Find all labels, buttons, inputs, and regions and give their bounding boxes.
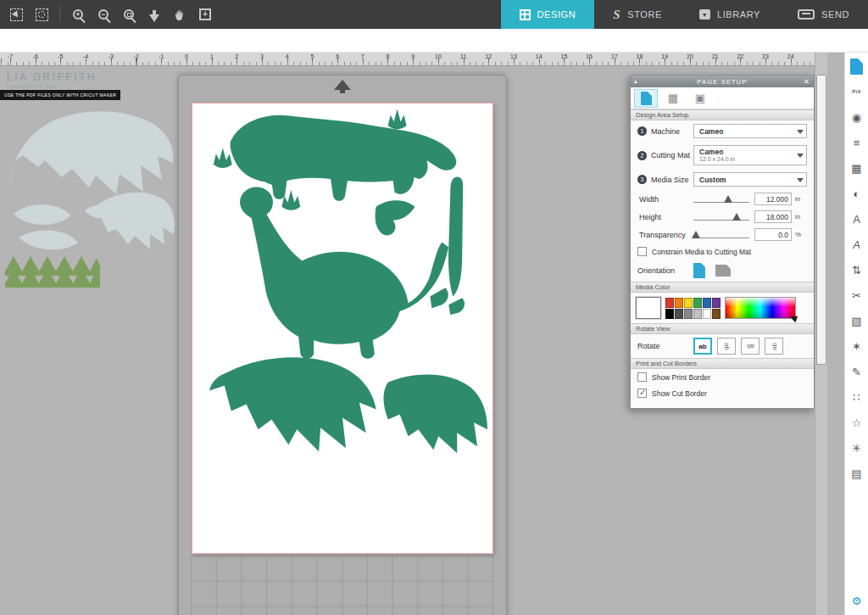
- rotate-180-button[interactable]: ab: [741, 338, 760, 355]
- slider-thumb[interactable]: [692, 231, 700, 238]
- spike-strip-pieces[interactable]: [5, 256, 100, 288]
- color-swatch[interactable]: [712, 309, 721, 319]
- rotate-270-button[interactable]: ab: [765, 338, 783, 355]
- panel-tab-grid[interactable]: ▦: [661, 89, 685, 108]
- fit-to-page-button[interactable]: +: [192, 3, 218, 26]
- media-size-dropdown[interactable]: Custom: [693, 172, 807, 187]
- tab-store[interactable]: S STORE: [594, 0, 681, 29]
- show-print-border-label: Show Print Border: [652, 373, 710, 382]
- color-swatch[interactable]: [675, 298, 683, 308]
- drag-zoom-button[interactable]: [142, 3, 167, 26]
- slider-thumb[interactable]: [724, 195, 732, 203]
- knife-icon[interactable]: ✂: [848, 286, 866, 305]
- color-swatch[interactable]: [665, 298, 674, 308]
- cutting-mat-dropdown[interactable]: Cameo 12.0 x 24.0 in: [693, 145, 807, 165]
- scrollbar-thumb[interactable]: [816, 75, 826, 365]
- media-color-row: [631, 293, 814, 323]
- zoom-out-button[interactable]: −: [91, 3, 116, 26]
- layers-icon[interactable]: ▤: [848, 464, 866, 483]
- height-slider[interactable]: [693, 211, 749, 223]
- panel-close-icon[interactable]: ✕: [804, 78, 810, 86]
- pixscan-icon[interactable]: PiX: [848, 82, 866, 101]
- lasso-select-tool-button[interactable]: [29, 3, 54, 26]
- color-gradient-picker[interactable]: [725, 297, 796, 319]
- constrain-label: Constrain Media to Cutting Mat: [652, 248, 751, 256]
- ruler-number: -1: [159, 53, 164, 59]
- page-artwork: [192, 103, 492, 553]
- star-shape-icon[interactable]: ☆: [848, 413, 866, 432]
- color-swatch[interactable]: [693, 309, 702, 319]
- text-style-icon[interactable]: A: [848, 210, 866, 228]
- cutting-mat[interactable]: [178, 75, 507, 615]
- ruler-number: -5: [58, 53, 63, 59]
- show-print-border-checkbox[interactable]: [637, 372, 647, 382]
- orientation-portrait-icon[interactable]: [693, 263, 705, 278]
- design-grid-icon: [520, 9, 531, 20]
- effects-icon[interactable]: ✶: [848, 337, 866, 355]
- transparency-slider[interactable]: [693, 229, 749, 241]
- width-slider[interactable]: [693, 193, 749, 205]
- color-swatch[interactable]: [703, 309, 711, 319]
- preferences-gear-icon[interactable]: ⚙: [848, 591, 866, 610]
- tab-design[interactable]: DESIGN: [501, 0, 595, 29]
- width-value-field[interactable]: 12.000: [754, 193, 792, 205]
- shading-icon[interactable]: ◐: [848, 184, 866, 203]
- offcanvas-pattern-pieces[interactable]: [2, 105, 178, 292]
- drag-zoom-icon: [149, 14, 159, 22]
- transform-icon[interactable]: ⇅: [848, 260, 866, 279]
- pale-pattern-pieces[interactable]: [10, 111, 175, 249]
- rhinestone-icon[interactable]: ∷: [848, 388, 866, 406]
- image-effects-icon[interactable]: ▧: [848, 311, 866, 330]
- ruler-number: 20: [687, 53, 693, 59]
- vertical-scrollbar[interactable]: [815, 53, 827, 615]
- ruler-number: 1: [210, 53, 214, 59]
- panel-tab-page-setup[interactable]: [634, 89, 658, 108]
- transparency-value-field[interactable]: 0.0: [754, 228, 792, 241]
- tab-send[interactable]: SEND: [779, 0, 868, 29]
- orientation-landscape-icon[interactable]: [715, 265, 731, 277]
- design-canvas[interactable]: LIA GRIFFITH LIAGRIFFITH.COM USE THE PDF…: [0, 66, 815, 615]
- selected-color-swatch[interactable]: [636, 297, 661, 319]
- panel-tab-registration[interactable]: ▣: [688, 89, 712, 108]
- page-setup-icon[interactable]: [848, 57, 866, 75]
- crown-foot-1: [214, 148, 232, 168]
- fill-color-icon[interactable]: ◉: [848, 108, 866, 126]
- ruler-number: 21: [712, 53, 719, 59]
- color-swatch[interactable]: [675, 309, 683, 319]
- sketch-icon[interactable]: ✎: [848, 362, 866, 381]
- tail-spike-piece: [448, 176, 463, 296]
- pattern-fill-icon[interactable]: ▦: [848, 159, 866, 177]
- toolbar-separator: [59, 6, 60, 23]
- constrain-checkbox[interactable]: [637, 247, 647, 256]
- machine-dropdown[interactable]: Cameo: [693, 124, 807, 138]
- select-tool-button[interactable]: [3, 3, 29, 26]
- mat-direction-arrow-icon: [334, 80, 351, 90]
- zoom-in-button[interactable]: +: [65, 3, 91, 26]
- weld-icon[interactable]: ✳: [848, 439, 866, 457]
- color-swatch[interactable]: [703, 298, 711, 308]
- constrain-row: Constrain Media to Cutting Mat: [631, 243, 814, 260]
- panel-pin-icon[interactable]: ▴: [634, 78, 638, 85]
- rotate-0-button[interactable]: ab: [693, 338, 712, 355]
- ruler-number: 11: [460, 53, 466, 59]
- pan-hand-button[interactable]: [167, 3, 192, 26]
- color-swatch[interactable]: [693, 298, 702, 308]
- height-value-field[interactable]: 18.000: [754, 210, 792, 223]
- tab-library[interactable]: ▼ LIBRARY: [681, 0, 779, 29]
- color-swatch[interactable]: [712, 298, 721, 308]
- color-swatch[interactable]: [684, 298, 693, 308]
- color-swatch[interactable]: [665, 309, 674, 319]
- show-cut-border-checkbox[interactable]: [637, 389, 647, 398]
- slider-thumb[interactable]: [732, 213, 741, 221]
- rotate-90-button[interactable]: ab: [717, 338, 736, 355]
- orientation-row: Orientation: [631, 260, 814, 282]
- color-swatch[interactable]: [684, 309, 693, 319]
- zoom-selection-button[interactable]: [116, 3, 142, 26]
- tab-send-label: SEND: [821, 9, 849, 20]
- design-page[interactable]: [192, 103, 493, 554]
- line-style-icon[interactable]: ≡: [848, 133, 866, 152]
- ruler-number: 6: [336, 53, 339, 59]
- panel-title-bar[interactable]: ▴ PAGE SETUP ✕: [631, 75, 814, 87]
- dragon-pattern-pieces[interactable]: [209, 109, 487, 453]
- character-style-icon[interactable]: A: [848, 235, 866, 254]
